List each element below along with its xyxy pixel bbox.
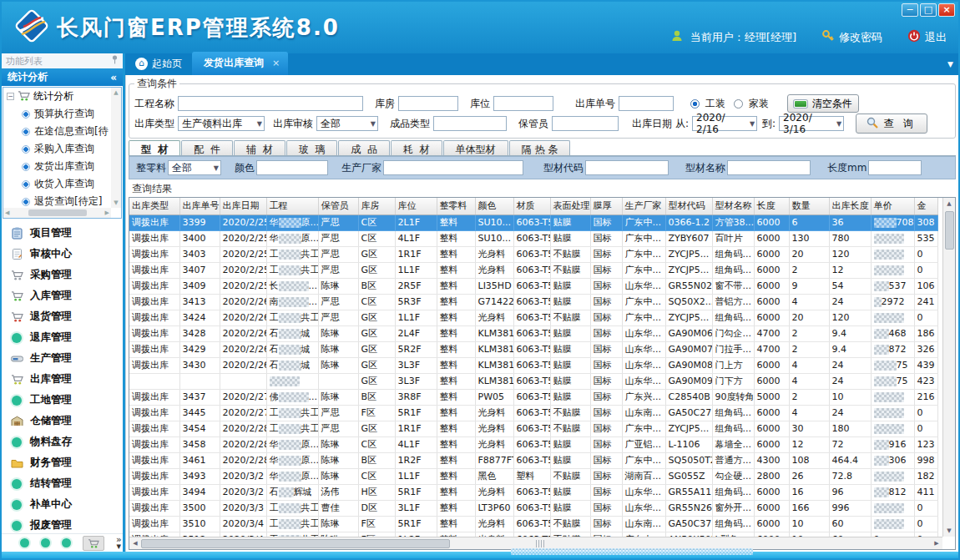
quick-dot-icon[interactable] (20, 538, 29, 547)
date-to-picker[interactable]: 2020/ 3/16▼ (779, 116, 844, 131)
sidebar-item-5[interactable]: 退货管理 (2, 306, 123, 327)
sidebar-item-2[interactable]: 审核中心 (2, 244, 123, 265)
scroll-right-icon[interactable]: ▶ (931, 540, 942, 547)
sidebar-item-6[interactable]: 退库管理 (2, 327, 123, 348)
sidebar-item-10[interactable]: 仓储管理 (2, 411, 123, 431)
search-button[interactable]: 查 询 (856, 114, 927, 134)
column-header[interactable]: 保管员 (318, 198, 358, 214)
column-header[interactable]: 颜色 (475, 198, 513, 214)
grid-horizontal-scrollbar[interactable]: ◀ ▶ (129, 537, 942, 549)
table-row[interactable]: 调拨出库34092020/2/25长...陈琳B区2R5F整料LI35HD606… (129, 278, 937, 294)
quick-dot-icon[interactable] (41, 538, 50, 547)
column-header[interactable]: 单价 (871, 198, 914, 214)
vertical-scroll-thumb[interactable] (945, 211, 954, 250)
profile-code-input[interactable] (585, 160, 669, 175)
column-header[interactable]: 库房 (358, 198, 395, 214)
table-row[interactable]: 调拨出库34002020/2/25华原...严思C区4L1F整料SU10...6… (129, 230, 937, 246)
pin-icon[interactable] (111, 55, 119, 67)
sidebar-item-8[interactable]: 出库管理 (2, 369, 123, 390)
sidebar-item-7[interactable]: 生产管理 (2, 348, 123, 369)
column-header[interactable]: 生产厂家 (622, 198, 665, 214)
table-row[interactable]: 调拨出库35002020/3/3工共工程曹佳D区3L1F整料LT3P606063… (129, 500, 937, 516)
tree-root-stats[interactable]: − 统计分析 (3, 88, 111, 105)
sidebar-item-12[interactable]: 财务管理 (2, 452, 123, 473)
column-header[interactable]: 出库单号 (179, 198, 220, 214)
tree-item-3[interactable]: 发货出库查询 (3, 158, 111, 175)
length-input[interactable] (868, 160, 922, 175)
out-type-combo[interactable]: 生产领料出库▼ (178, 116, 265, 131)
sidebar-item-11[interactable]: 物料盘存 (2, 431, 123, 452)
material-tab-5[interactable]: 耗 材 (391, 140, 442, 155)
material-tab-3[interactable]: 玻 璃 (286, 140, 338, 155)
tree-horizontal-scrollbar[interactable]: ◀▶ (3, 208, 111, 218)
factory-input[interactable] (383, 160, 523, 175)
table-row[interactable]: 调拨出库34942020/3/2石辉城汤伟H区5R1F整料光身料6063-T5贴… (129, 484, 937, 500)
tree-vertical-scrollbar[interactable]: ▲▼ (111, 88, 121, 208)
table-row[interactable]: 调拨出库34302020/2/26石城陈琳G区3L3F整料KLM38176063… (129, 357, 937, 373)
tree-item-2[interactable]: 采购入库查询 (3, 140, 111, 158)
sidebar-item-1[interactable]: 项目管理 (2, 223, 123, 244)
more-menus-button[interactable]: »▾ (116, 537, 122, 550)
table-row[interactable]: 调拨出库34372020/2/27佛...陈琳B区3R8F整料PW056063-… (129, 389, 937, 405)
column-header[interactable]: 工程 (266, 198, 318, 214)
tree-item-0[interactable]: 预算执行查询 (3, 105, 111, 123)
table-row[interactable]: 调拨出库34292020/2/26石城陈琳G区5R2F整料KLM38176063… (129, 341, 937, 357)
table-row[interactable]: 调拨出库34282020/2/26石城陈琳G区2L4F整料KLM38176063… (129, 325, 937, 341)
material-tab-6[interactable]: 单体型材 (443, 140, 508, 155)
color-input[interactable] (256, 160, 328, 175)
table-row[interactable]: G区3L3F整料KLM38176063-T5贴膜国标山东华...GA90M09.… (129, 373, 937, 389)
sidebar-item-3[interactable]: 采购管理 (2, 265, 123, 285)
column-header[interactable]: 型材名称 (712, 198, 754, 214)
table-row[interactable]: 调拨出库34032020/2/25工共工程严思G区1R1F整料光身料6063-T… (129, 246, 937, 262)
tab-overflow-icon[interactable]: ▼ (947, 60, 953, 68)
column-header[interactable]: 数量 (789, 198, 829, 214)
column-header[interactable]: 出库类型 (129, 198, 179, 214)
tab-close-icon[interactable]: × (272, 58, 280, 68)
clear-conditions-button[interactable]: 清空条件 (787, 94, 859, 113)
scroll-down-icon[interactable]: ▼ (947, 525, 951, 537)
table-row[interactable]: 调拨出库34072020/2/25工共工程严思G区1L1F整料光身料6063-T… (129, 262, 937, 278)
table-row[interactable]: 调拨出库35102020/3/4工共工程陈琳F区5R1F整料光身料6063-T5… (129, 516, 937, 532)
column-header[interactable]: 型材代码 (665, 198, 712, 214)
column-header[interactable]: 出库长度 (829, 198, 871, 214)
column-header[interactable]: 长度 (754, 198, 789, 214)
column-header[interactable]: 膜厚 (590, 198, 622, 214)
radio-jiazhuang[interactable]: 家装 (734, 97, 769, 111)
material-tab-4[interactable]: 成 品 (338, 140, 390, 155)
tree-item-5[interactable]: 退货查询[待定] (3, 193, 111, 208)
tab-shipping-out-query[interactable]: 发货出库查询 × (192, 52, 288, 75)
logout-link[interactable]: 退出 (907, 29, 947, 45)
collapse-icon[interactable]: « (110, 72, 117, 83)
date-from-picker[interactable]: 2020/ 2/16▼ (692, 116, 757, 131)
tree-item-1[interactable]: 在途信息查询[待 (3, 123, 111, 140)
column-header[interactable]: 金 (914, 198, 937, 214)
table-row[interactable]: 调拨出库34612020/2/28华原...陈琳B区1R2F整料F8877FT6… (129, 452, 937, 468)
sidebar-item-13[interactable]: 结转管理 (2, 473, 123, 494)
close-button[interactable]: × (938, 3, 955, 17)
keeper-input[interactable] (552, 116, 619, 131)
sidebar-item-4[interactable]: 入库管理 (2, 285, 123, 306)
scroll-left-icon[interactable]: ◀ (129, 540, 141, 547)
table-row[interactable]: 调拨出库34242020/2/26工共工程严思G区1L1F整料光身料6063-T… (129, 310, 937, 325)
audit-combo[interactable]: 全部▼ (316, 116, 378, 131)
horizontal-scroll-thumb[interactable] (141, 539, 450, 548)
radio-gongzhuang[interactable]: 工装 (690, 97, 725, 111)
order-no-input[interactable] (619, 96, 674, 111)
maximize-button[interactable]: □ (920, 3, 937, 17)
column-header[interactable]: 材质 (513, 198, 550, 214)
material-tab-7[interactable]: 隔 热 条 (509, 140, 571, 155)
tree-expander-icon[interactable]: − (7, 93, 14, 100)
grid-vertical-scrollbar[interactable]: ▲ ▼ (942, 198, 955, 537)
stats-group-header[interactable]: 统计分析 « (2, 68, 123, 86)
table-row[interactable]: 调拨出库34452020/2/27工共工程严思F区5R1F整料光身料6063-T… (129, 405, 937, 421)
tab-home[interactable]: ⌂ 起始页 (125, 57, 192, 75)
project-name-input[interactable] (178, 96, 363, 111)
warehouse-input[interactable] (398, 96, 458, 111)
table-row[interactable]: 调拨出库33992020/2/25华原...严思C区2L1F整料SU10...6… (129, 214, 937, 230)
sidebar-item-15[interactable]: 报废管理 (2, 515, 123, 533)
location-input[interactable] (493, 96, 553, 111)
scroll-up-icon[interactable]: ▲ (947, 198, 951, 209)
minimize-button[interactable]: ─ (902, 3, 918, 17)
whole-part-combo[interactable]: 全部▼ (168, 160, 221, 175)
sidebar-item-14[interactable]: 补单中心 (2, 494, 123, 515)
